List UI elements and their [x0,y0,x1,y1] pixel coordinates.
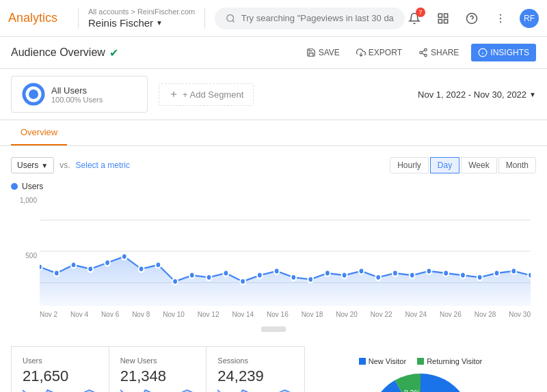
share-button[interactable]: SHARE [414,45,463,60]
tab-bar: Overview [0,120,547,146]
svg-point-48 [427,268,432,274]
x-label: Nov 28 [475,311,496,318]
pie-legend: New Visitor Returning Visitor [359,357,483,365]
tab-overview[interactable]: Overview [11,120,67,145]
svg-line-16 [422,51,425,52]
x-label: Nov 10 [163,311,185,318]
new-visitor-legend: New Visitor [359,357,406,365]
x-label: Nov 14 [232,311,254,318]
add-segment-button[interactable]: + Add Segment [159,83,254,106]
svg-line-15 [422,53,425,55]
segment-donut [21,82,46,107]
users-legend-label: Users [22,182,43,191]
x-label: Nov 24 [405,311,427,318]
mini-chart [120,388,196,392]
chart-legend: Users [11,182,536,191]
check-icon: ✔ [109,46,118,59]
account-name-button[interactable]: Reinis Fischer ▼ [88,16,195,30]
svg-point-26 [54,270,59,276]
svg-point-44 [359,268,364,274]
svg-point-47 [410,272,415,278]
user-avatar[interactable]: RF [520,9,539,28]
svg-point-39 [274,268,280,274]
x-axis-labels: Nov 2Nov 4Nov 6Nov 8Nov 10Nov 12Nov 14No… [40,308,531,321]
svg-point-46 [392,270,398,276]
x-label: Nov 12 [198,311,219,318]
svg-point-35 [206,275,212,281]
stat-cell: Users21,650 [12,347,109,392]
users-legend-dot [11,183,18,190]
stats-grid: Users21,650New Users21,348Sessions24,239… [11,346,305,392]
svg-point-53 [511,268,516,274]
sub-header-actions: SAVE EXPORT SHARE INSIGHTS [302,44,536,61]
chart-section: Users ▼ vs. Select a metric Hourly Day W… [0,146,547,346]
line-chart-svg [40,197,531,306]
search-input[interactable] [241,13,394,23]
save-icon [306,48,316,57]
svg-point-8 [500,14,501,15]
search-bar[interactable] [215,8,405,29]
pie-new-visitor [369,374,472,392]
help-icon[interactable] [462,9,481,28]
svg-point-41 [308,277,313,283]
svg-point-52 [494,270,500,276]
time-btn-week[interactable]: Week [461,157,496,173]
all-users-segment[interactable]: All Users 100.00% Users [11,76,148,113]
time-btn-day[interactable]: Day [430,157,459,173]
svg-point-32 [155,262,161,268]
notification-bell[interactable]: 7 [405,9,424,28]
returning-visitor-dot [417,358,424,365]
stat-cell: New Users21,348 [109,347,207,392]
export-button[interactable]: EXPORT [352,45,406,60]
svg-point-25 [40,264,42,270]
x-label: Nov 16 [267,311,289,318]
x-label: Nov 18 [302,311,323,318]
pie-label: 8.2% [404,389,421,392]
x-label: Nov 8 [132,311,150,318]
svg-point-38 [257,272,263,278]
account-info: All accounts > ReiniFischer.com Reinis F… [88,7,195,30]
mini-chart [217,388,293,392]
svg-rect-5 [444,19,448,23]
metric-selector[interactable]: Users ▼ [11,157,54,173]
svg-point-43 [342,272,347,278]
date-range-picker[interactable]: Nov 1, 2022 - Nov 30, 2022 ▼ [418,89,536,100]
insights-icon [478,48,488,57]
svg-point-10 [500,21,501,23]
svg-point-40 [291,275,296,281]
svg-point-13 [420,51,423,54]
collapse-handle [11,322,536,335]
svg-point-28 [88,266,93,272]
svg-point-29 [105,260,110,266]
svg-line-1 [232,20,235,22]
time-btn-hourly[interactable]: Hourly [390,157,429,173]
time-buttons: Hourly Day Week Month [390,157,536,173]
add-icon [169,89,178,99]
stat-label: Sessions [217,356,293,365]
svg-point-33 [172,279,178,285]
grid-icon[interactable] [433,9,453,28]
svg-rect-4 [438,19,442,23]
header-icons: 7 RF [405,9,539,28]
svg-point-0 [227,14,234,21]
search-icon [226,13,236,24]
save-button[interactable]: SAVE [302,45,344,60]
app-logo: Analytics [8,11,57,25]
collapse-button[interactable] [261,326,286,332]
mini-chart [23,388,98,392]
svg-rect-3 [444,14,448,17]
x-label: Nov 22 [371,311,392,318]
svg-point-19 [29,89,38,99]
y-axis-labels: 1,000 500 [11,197,37,307]
stat-cell: Sessions24,239 [206,347,304,392]
stat-value: 24,239 [217,367,293,385]
account-path: All accounts > ReiniFischer.com [88,7,195,16]
more-options-icon[interactable] [491,9,510,28]
segment-name: All Users [51,85,103,96]
stat-value: 21,348 [120,367,196,385]
insights-button[interactable]: INSIGHTS [471,44,536,61]
select-metric-link[interactable]: Select a metric [76,160,130,170]
svg-point-27 [71,262,77,268]
x-label: Nov 6 [101,311,119,318]
time-btn-month[interactable]: Month [498,157,536,173]
